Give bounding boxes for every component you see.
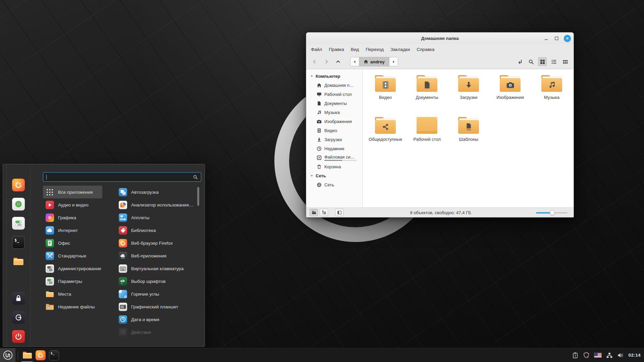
app-applets[interactable]: Апплеты [116,211,199,224]
sidebar-section-label: Компьютер [316,74,340,79]
file-item-public[interactable]: Общедоступные [365,117,406,159]
app-webapps[interactable]: Веб-приложения [116,249,199,262]
category-internet[interactable]: Интернет [43,224,102,237]
sidebar-item-filesystem[interactable]: Файловая си… [306,153,362,162]
sidebar-item-documents[interactable]: Документы [306,99,362,108]
up-button[interactable] [334,57,342,66]
toggle-location-entry-icon[interactable] [515,57,524,66]
volume-icon[interactable] [617,352,624,359]
keyboard-layout-us-flag-icon[interactable] [594,353,602,358]
category-all-applications[interactable]: Все приложения [43,186,102,198]
menubar-item-file[interactable]: Файл [308,45,325,54]
menubar-item-bookmarks[interactable]: Закладки [387,45,413,54]
app-library[interactable]: Библиотека [116,224,199,237]
category-preferences[interactable]: Параметры [43,275,102,288]
clipboard-icon[interactable] [572,352,579,359]
app-actions[interactable]: Действия [116,326,199,339]
file-item-downloads[interactable]: Загрузки [448,75,489,117]
close-button[interactable] [564,35,571,42]
sidebar-item-downloads[interactable]: Загрузки [306,135,362,144]
sidebar-item-network[interactable]: Сеть [306,180,362,189]
path-scroll-right-button[interactable] [389,57,398,66]
app-autostart[interactable]: Автозагрузка [116,186,199,198]
f-terminal-icon: $_ [12,236,25,249]
maximize-button[interactable] [553,36,559,42]
toggle-sidebar-button[interactable] [335,209,343,216]
favorite-lock-screen-button[interactable] [12,274,25,305]
favorite-software-manager-button[interactable] [12,198,25,210]
category-label: Все приложения [58,190,93,195]
file-item-documents[interactable]: Документы [406,75,448,117]
taskbar-launcher-firefox[interactable] [34,348,47,362]
favorite-system-settings-button[interactable] [12,217,25,230]
sidebar-section-network[interactable]: Сеть [306,171,362,180]
app-label: Автозагрузка [131,190,159,195]
app-list-scrollbar[interactable] [197,187,199,206]
sidebar-item-desktop[interactable]: Рабочий стол [306,90,362,99]
file-item-label: Загрузки [460,95,477,100]
menu-search-input[interactable] [47,174,193,180]
titlebar[interactable]: Домашняя папка [306,33,574,44]
category-administration[interactable]: Администрирование [43,262,102,275]
app-disk-usage-analyzer[interactable]: Анализатор использования… [116,198,199,211]
favorite-firefox-button[interactable] [12,179,25,191]
minimize-button[interactable] [543,36,549,42]
zoom-slider-knob[interactable] [550,210,555,215]
menu-button[interactable] [0,348,15,362]
app-graphics-tablet[interactable]: Графический планшет [116,300,199,313]
sidebar-item-trash[interactable]: Корзина [306,162,362,171]
sidebar-item-pictures[interactable]: Изображения [306,117,362,126]
file-item-music[interactable]: Музыка [531,75,573,117]
sidebar-item-recent[interactable]: Недавние [306,144,362,153]
show-treeview-button[interactable] [320,209,328,216]
category-audio-video[interactable]: Аудио и видео [43,198,102,211]
category-office[interactable]: Офис [43,237,102,249]
taskbar-launcher-files[interactable] [20,348,34,362]
show-places-button[interactable] [310,209,318,216]
clock[interactable]: 02:14 [628,353,641,358]
file-item-videos[interactable]: Видео [365,75,406,117]
menubar-item-go[interactable]: Переход [362,45,387,54]
path-scroll-left-button[interactable] [351,57,359,66]
category-accessories[interactable]: Стандартные [43,249,102,262]
file-item-desktop[interactable]: Рабочий стол [406,117,448,159]
category-places[interactable]: Места [43,288,102,300]
compact-view-button[interactable] [561,57,570,66]
category-graphics[interactable]: Графика [43,211,102,224]
sidebar-item-home[interactable]: Домашняя п… [306,81,362,90]
app-hot-corners[interactable]: Горячие углы [116,288,199,300]
a-datetime-icon [119,315,127,324]
zoom-slider[interactable] [536,209,568,216]
app-date-time[interactable]: Дата и время [116,313,199,326]
favorite-terminal-button[interactable]: $_ [12,236,25,249]
menu-search-box[interactable] [43,172,201,182]
sidebar-item-music[interactable]: Музыка [306,108,362,117]
favorite-logout-button[interactable] [12,311,25,324]
file-item-templates[interactable]: Шаблоны [448,117,489,159]
file-item-pictures[interactable]: Изображения [489,75,531,117]
menubar-item-help[interactable]: Справка [413,45,438,54]
back-button[interactable] [310,57,319,66]
system-tray: 02:14 [572,352,644,359]
forward-button[interactable] [322,57,331,66]
app-firefox[interactable]: Веб-браузер Firefox [116,237,199,249]
film-icon [317,128,322,133]
network-icon[interactable] [606,352,613,359]
path-crumb-home[interactable]: andrey [359,57,389,66]
favorite-shutdown-button[interactable] [12,330,25,343]
favorite-files-button[interactable] [12,255,25,268]
icon-view-button[interactable] [538,57,547,66]
app-font-selection[interactable]: abcВыбор шрифтов [116,275,199,288]
category-recent-files[interactable]: Недавние файлы [43,300,102,313]
list-view-button[interactable] [549,57,558,66]
file-item-label: Музыка [544,95,559,100]
app-virtual-keyboard[interactable]: Виртуальная клавиатура [116,262,199,275]
menubar-item-view[interactable]: Вид [347,45,362,54]
update-shield-icon[interactable] [583,352,590,359]
taskbar-launcher-terminal[interactable]: $_ [47,348,61,362]
search-icon[interactable] [527,57,535,66]
sidebar-item-videos[interactable]: Видео [306,126,362,135]
menubar-item-edit[interactable]: Правка [325,45,347,54]
sidebar-section-computer[interactable]: Компьютер [306,72,362,81]
sidebar-item-label: Видео [324,128,337,133]
